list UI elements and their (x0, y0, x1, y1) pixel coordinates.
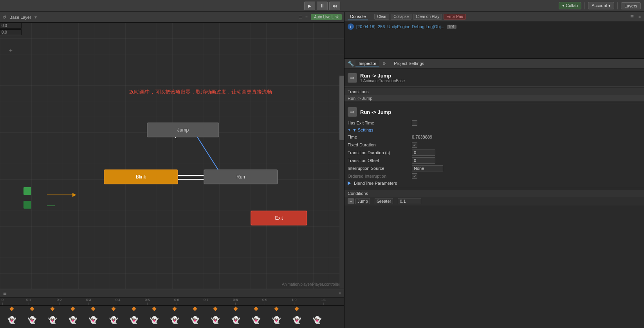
ghost-icon-11: 👻 (225, 312, 246, 328)
zoom-in-icon[interactable]: + (0, 47, 22, 54)
settings-icon-small[interactable]: ≡ (305, 15, 308, 19)
auto-live-link-button[interactable]: Auto Live Link (311, 14, 342, 20)
console-panel: Console Clear Collapse Clear on Play Err… (345, 12, 644, 59)
divider-2 (345, 103, 644, 103)
console-menu-icon[interactable]: ☰ (630, 14, 634, 19)
cond-minus-button[interactable]: − (348, 198, 354, 204)
ruler-mark-3: 0:3 (86, 298, 91, 305)
layer-name-label: Base Layer (9, 15, 31, 20)
layers-button[interactable]: Layers (621, 2, 641, 9)
coord-panel: 0.0 0.0 + (0, 23, 22, 54)
fixed-duration-checkbox[interactable] (412, 142, 417, 148)
interruption-source-dropdown[interactable]: None (412, 165, 443, 171)
ordered-interruption-row: Ordered Interruption (345, 172, 644, 180)
cond-value-box[interactable]: 0.1 (398, 198, 421, 204)
diamond-5 (103, 306, 124, 311)
diamond-4 (83, 306, 103, 311)
connections-svg (0, 23, 344, 289)
transition-detail-title: Run -> Jump (360, 109, 391, 115)
right-panel: Console Clear Collapse Clear on Play Err… (345, 12, 644, 328)
console-row: i [20:04:18] 256 UnityEngine.Debug:Log[O… (345, 22, 644, 31)
divider-1 (345, 86, 644, 87)
entry-state-node[interactable] (23, 187, 31, 195)
account-button[interactable]: Account ▾ (588, 2, 614, 9)
blend-tree-label: BlendTree Parameters (354, 181, 397, 186)
main-layout: ↺ Base Layer ▾ ☰ ≡ Auto Live Link 0.0 0.… (0, 12, 644, 328)
console-log-count: 256 (378, 24, 385, 29)
diamond-6 (124, 306, 144, 311)
ruler-mark-1: 0:1 (26, 298, 31, 305)
transition-offset-value[interactable]: 0 (412, 157, 435, 164)
diamond-11 (225, 306, 246, 311)
ghost-icon-0: 👻 (2, 312, 22, 328)
insp-transition-detail-row: ⇒ Run -> Jump (345, 105, 644, 119)
menu-icon[interactable]: ☰ (299, 15, 302, 19)
conditions-header: Conditions (345, 190, 644, 197)
project-settings-tab[interactable]: Project Settings (391, 60, 427, 67)
ghost-icon-2: 👻 (42, 312, 63, 328)
ghost-icon-14: 👻 (287, 312, 307, 328)
diamond-12 (246, 306, 266, 311)
inspector-gear-icon: ⚙ (382, 61, 386, 66)
blend-tree-row: BlendTree Parameters (345, 180, 644, 186)
ghost-icon-6: 👻 (124, 312, 144, 328)
file-path: Animation/player/Player.controller (282, 282, 340, 287)
ghost-icon-1: 👻 (22, 312, 42, 328)
timeline-header: ☰ ≡ (0, 289, 344, 298)
annotation-text: 2d动画中，可以把该项归零，取消动画过度，让动画更直接流畅 (129, 88, 272, 96)
divider-3 (345, 188, 644, 188)
ghost-icon-13: 👻 (266, 312, 287, 328)
play-button[interactable]: ▶ (304, 2, 315, 10)
dropdown-icon: ▾ (34, 14, 37, 20)
time-label: Time (348, 135, 410, 139)
timeline-panel: ☰ ≡ 0 0:1 0:2 0:3 0:4 0:5 0:6 0:7 0:8 0:… (0, 289, 344, 328)
diamond-1 (22, 306, 42, 311)
top-toolbar: ▶ ⏸ ⏭ ▾ Collab Account ▾ Layers (0, 0, 644, 12)
clear-on-play-button[interactable]: Clear on Play (413, 14, 442, 20)
collapse-button[interactable]: Collapse (391, 14, 411, 20)
coord-y-value: 0.0 (0, 29, 22, 35)
ruler-mark-9: 0:9 (262, 298, 267, 305)
transitions-section-header: Transitions (345, 88, 644, 95)
ruler-mark-5: 0:5 (145, 298, 150, 305)
transition-item[interactable]: Run -> Jump (345, 95, 644, 101)
error-pause-button[interactable]: Error Pau (444, 14, 466, 20)
settings-triangle-icon: ▼ (348, 128, 351, 132)
clear-button[interactable]: Clear (374, 14, 389, 20)
timeline-settings-icon[interactable]: ≡ (339, 291, 341, 296)
insp-title-row: ⇒ Run -> Jump 1 AnimatorTransitionBase (345, 71, 644, 85)
console-settings-icon[interactable]: ≡ (639, 14, 641, 19)
svg-marker-10 (72, 193, 76, 197)
run-state-node[interactable]: Run (204, 169, 278, 184)
jump-state-node[interactable]: Jump (147, 123, 219, 137)
step-button[interactable]: ⏭ (329, 2, 340, 10)
cond-op-dropdown[interactable]: Greater (375, 198, 393, 204)
timeline-ruler: 0 0:1 0:2 0:3 0:4 0:5 0:6 0:7 0:8 0:9 1:… (0, 298, 344, 306)
exit-state-node[interactable]: Exit (251, 211, 307, 225)
timeline-content: 👻 👻 👻 👻 👻 👻 👻 👻 👻 👻 👻 👻 👻 👻 (0, 306, 344, 328)
any-state-node[interactable] (23, 201, 31, 209)
timeline-menu-icon[interactable]: ☰ (3, 291, 7, 296)
ghost-icon-8: 👻 (164, 312, 185, 328)
console-tab[interactable]: Console (348, 13, 368, 20)
ruler-mark-2: 0:2 (57, 298, 62, 305)
settings-toggle[interactable]: ▼ ▼ Settings (345, 127, 644, 133)
vertical-scrollbar[interactable] (339, 75, 344, 288)
animator-canvas[interactable]: 2d动画中，可以把该项归零，取消动画过度，让动画更直接流畅 Jump Blink… (0, 23, 344, 289)
diamond-14 (287, 306, 307, 311)
collab-button[interactable]: ▾ Collab (559, 2, 581, 9)
cond-param-dropdown[interactable]: Jump (355, 198, 370, 204)
blink-state-node[interactable]: Blink (104, 169, 178, 184)
console-info-icon: i (348, 23, 354, 30)
ordered-interruption-checkbox[interactable] (412, 173, 417, 179)
inspector-icon: 🔧 (348, 61, 354, 67)
pause-button[interactable]: ⏸ (317, 2, 328, 10)
has-exit-time-checkbox[interactable] (412, 120, 417, 126)
inspector-tab[interactable]: Inspector (355, 60, 379, 67)
transition-duration-value[interactable]: 0 (412, 150, 435, 156)
blend-tree-toggle-icon[interactable] (348, 181, 351, 185)
ruler-mark-8: 0:8 (233, 298, 238, 305)
ruler-mark-6: 0:6 (174, 298, 179, 305)
toolbar-right: ▾ Collab Account ▾ Layers (559, 2, 641, 9)
refresh-icon: ↺ (2, 14, 6, 20)
